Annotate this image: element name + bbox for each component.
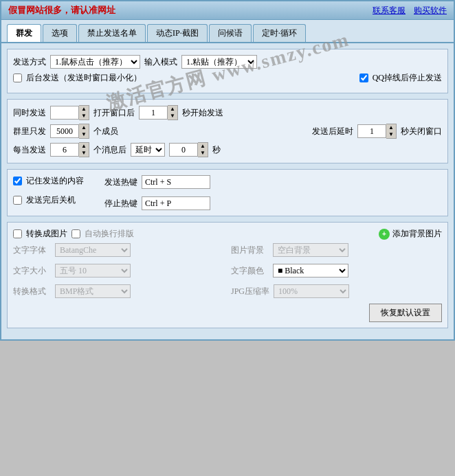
jpg-compress-label: JPG压缩率 [231, 286, 269, 297]
message-label: 个消息后 [93, 144, 126, 156]
wait-up[interactable]: ▲ [168, 106, 177, 113]
close-window-label: 秒关闭窗口 [401, 126, 442, 137]
hotkey-stop-label: 停止热键 [104, 198, 137, 209]
after-send-spinner: ▲ ▼ [357, 124, 397, 139]
every-send-down[interactable]: ▼ [79, 150, 89, 157]
tab-dynamic-ip[interactable]: 动态IP·截图 [147, 24, 208, 42]
send-method-label: 发送方式 [13, 56, 46, 68]
shutdown-checkbox[interactable] [13, 196, 22, 205]
remember-checkbox[interactable] [13, 177, 22, 185]
after-send-down[interactable]: ▼ [386, 131, 396, 138]
restore-default-button[interactable]: 恢复默认设置 [369, 304, 442, 322]
add-bg-image-button[interactable]: + 添加背景图片 [379, 228, 442, 240]
tab-greeting[interactable]: 问候语 [209, 24, 252, 42]
delay-select[interactable]: 延时 [131, 143, 165, 157]
background-send-checkbox[interactable] [13, 73, 22, 82]
group-only-down[interactable]: ▼ [79, 131, 89, 138]
every-send-arrows: ▲ ▼ [79, 142, 89, 157]
tab-mass-send[interactable]: 群发 [7, 24, 41, 42]
img-bg-row: 图片背景 空白背景 [231, 243, 442, 257]
font-color-select[interactable]: ■ Black [273, 264, 348, 277]
remember-label: 记住发送的内容 [26, 175, 84, 187]
font-size-select[interactable]: 五号 10 [55, 264, 131, 277]
group-only-row: 群里只发 ▲ ▼ 个成员 发送后延时 ▲ ▼ [13, 124, 442, 139]
convert-format-row: 转换格式 BMP格式 [13, 284, 224, 298]
convert-top-row: 转换成图片 自动换行排版 + 添加背景图片 [13, 228, 442, 240]
hotkey-send-label: 发送热键 [104, 177, 137, 188]
convert-format-label: 转换格式 [13, 286, 51, 297]
qq-offline-checkbox[interactable] [359, 73, 368, 82]
section-hotkeys: 记住发送的内容 发送完后关机 发送热键 停止热键 [7, 169, 448, 216]
input-mode-select[interactable]: 1.粘贴（推荐） [181, 55, 257, 69]
every-send-up[interactable]: ▲ [79, 143, 89, 150]
member-label: 个成员 [93, 126, 118, 137]
delay-up[interactable]: ▲ [198, 143, 208, 150]
after-send-up[interactable]: ▲ [386, 124, 396, 131]
remember-row: 记住发送的内容 [13, 175, 84, 187]
every-send-spinner: ▲ ▼ [50, 142, 89, 157]
after-send-input[interactable] [357, 124, 386, 138]
content-area: 发送方式 1.鼠标点击（推荐） 输入模式 1.粘贴（推荐） 后台发送（发送时窗口… [1, 43, 454, 339]
shutdown-row: 发送完后关机 [13, 194, 84, 206]
convert-image-checkbox[interactable] [13, 229, 22, 238]
convert-format-select[interactable]: BMP格式 [55, 284, 131, 298]
font-type-select[interactable]: BatangChe [55, 243, 131, 257]
group-only-up[interactable]: ▲ [79, 124, 89, 131]
start-send-label: 秒开始发送 [182, 107, 223, 119]
shutdown-label: 发送完后关机 [26, 194, 76, 206]
input-mode-label: 输入模式 [144, 56, 177, 68]
group-only-spinner: ▲ ▼ [50, 124, 89, 139]
wait-input[interactable] [139, 106, 168, 120]
tab-options[interactable]: 选项 [43, 24, 77, 42]
qq-offline-label: QQ掉线后停止发送 [373, 72, 442, 84]
img-bg-select[interactable]: 空白背景 [273, 243, 348, 257]
simultaneous-row: 同时发送 ▲ ▼ 打开窗口后 ▲ ▼ 秒开始发送 [13, 105, 442, 120]
tab-blacklist[interactable]: 禁止发送名单 [78, 24, 146, 42]
send-method-select[interactable]: 1.鼠标点击（推荐） [50, 55, 140, 69]
wait-down[interactable]: ▼ [168, 113, 177, 120]
simultaneous-down[interactable]: ▼ [79, 113, 89, 120]
delay-down[interactable]: ▼ [198, 150, 208, 157]
font-type-row: 文字字体 BatangChe [13, 243, 224, 257]
group-only-label: 群里只发 [13, 126, 46, 137]
hotkey-send-row: 发送热键 [104, 175, 442, 189]
background-send-row: 后台发送（发送时窗口最小化） QQ掉线后停止发送 [13, 72, 442, 84]
group-only-input[interactable] [50, 124, 79, 138]
section-send-settings: 同时发送 ▲ ▼ 打开窗口后 ▲ ▼ 秒开始发送 [7, 99, 448, 163]
background-send-label: 后台发送（发送时窗口最小化） [26, 72, 142, 84]
add-bg-label: 添加背景图片 [392, 228, 442, 240]
send-method-row: 发送方式 1.鼠标点击（推荐） 输入模式 1.粘贴（推荐） [13, 55, 442, 69]
every-send-input[interactable] [50, 143, 79, 157]
font-type-label: 文字字体 [13, 245, 51, 256]
simultaneous-input[interactable] [50, 106, 79, 120]
delay-spinner: ▲ ▼ [169, 142, 208, 157]
jpg-compress-select[interactable]: 100% [274, 284, 349, 298]
delay-input[interactable] [169, 143, 198, 157]
main-window: 假冒网站很多，请认准网址 联系客服 购买软件 群发 选项 禁止发送名单 动态IP… [0, 0, 455, 341]
after-send-arrows: ▲ ▼ [386, 124, 397, 139]
auto-wrap-label: 自动换行排版 [85, 228, 134, 240]
hotkey-stop-input[interactable] [142, 196, 210, 210]
tab-timer[interactable]: 定时·循环 [253, 24, 306, 42]
every-send-row: 每当发送 ▲ ▼ 个消息后 延时 ▲ ▼ [13, 142, 442, 157]
auto-wrap-checkbox[interactable] [71, 229, 80, 238]
simultaneous-label: 同时发送 [13, 107, 46, 119]
wait-label: 打开窗口后 [93, 107, 135, 119]
contact-link[interactable]: 联系客服 [373, 5, 406, 16]
buy-link[interactable]: 购买软件 [414, 5, 447, 16]
after-send-label: 发送后延时 [312, 126, 353, 137]
simultaneous-arrows: ▲ ▼ [79, 105, 89, 120]
simultaneous-spinner: ▲ ▼ [50, 105, 89, 120]
simultaneous-up[interactable]: ▲ [79, 106, 89, 113]
section-send-method: 发送方式 1.鼠标点击（推荐） 输入模式 1.粘贴（推荐） 后台发送（发送时窗口… [7, 49, 448, 93]
wait-spinner: ▲ ▼ [139, 105, 178, 120]
every-send-label: 每当发送 [13, 144, 46, 156]
font-color-row: 文字颜色 ■ Black [231, 264, 442, 277]
tabs-bar: 群发 选项 禁止发送名单 动态IP·截图 问候语 定时·循环 [1, 20, 454, 43]
header-links: 联系客服 购买软件 [373, 5, 447, 16]
header-bar: 假冒网站很多，请认准网址 联系客服 购买软件 [1, 1, 454, 20]
hotkey-send-input[interactable] [142, 175, 210, 189]
font-color-label: 文字颜色 [231, 265, 269, 277]
wait-arrows: ▲ ▼ [168, 105, 178, 120]
section-image-convert: 转换成图片 自动换行排版 + 添加背景图片 文字字体 BatangChe [7, 222, 448, 328]
